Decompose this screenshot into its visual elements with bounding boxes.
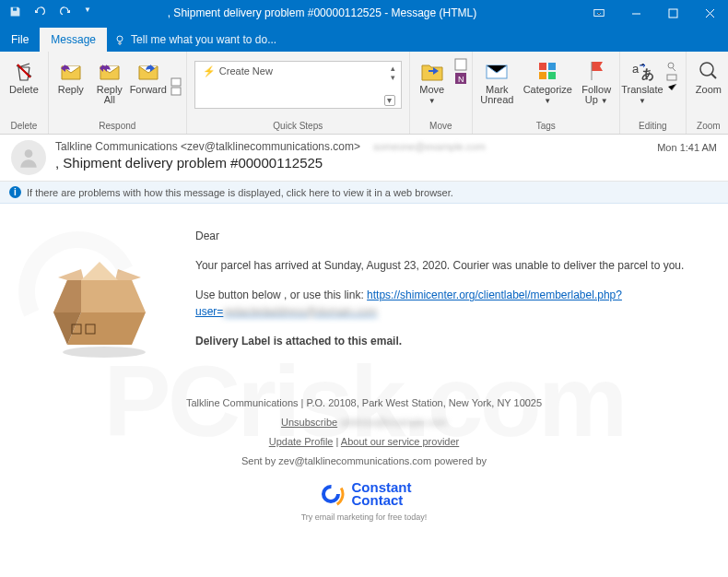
group-label-move: Move xyxy=(410,121,472,134)
follow-up-button[interactable]: Follow Up ▼ xyxy=(578,55,616,109)
chevron-down-icon: ▼ xyxy=(601,97,608,105)
redo-icon[interactable] xyxy=(59,6,71,20)
move-more-button[interactable]: N xyxy=(452,55,469,88)
undo-icon[interactable] xyxy=(34,6,46,20)
svg-text:N: N xyxy=(458,75,464,84)
envelope-icon xyxy=(484,58,510,84)
meeting-icon xyxy=(170,77,182,96)
svg-marker-26 xyxy=(81,262,118,280)
constant-contact-text: Constant Contact xyxy=(352,481,412,507)
categorize-icon xyxy=(534,58,560,84)
email-footer: Talkline Communications | P.O. 20108, Pa… xyxy=(26,394,702,525)
body-paragraph-3: Delivery Label is attached to this email… xyxy=(195,335,402,347)
svg-point-3 xyxy=(117,36,123,41)
svg-rect-10 xyxy=(539,63,546,70)
svg-marker-27 xyxy=(81,280,146,312)
window-titlebar: ▼ , Shipment delivery problem #000001125… xyxy=(0,0,728,26)
group-label-delete: Delete xyxy=(0,121,48,134)
find-related-select-icon xyxy=(665,61,678,94)
received-time: Mon 1:41 AM xyxy=(657,140,717,153)
constant-contact-logo: Constant Contact Try email marketing for… xyxy=(26,480,702,525)
move-button[interactable]: Move ▼ xyxy=(414,55,451,109)
reply-all-icon xyxy=(97,58,123,84)
subject-line: , Shipment delivery problem #00000112525 xyxy=(55,155,657,171)
group-label-editing: Editing xyxy=(620,121,686,134)
categorize-button[interactable]: Categorize▼ xyxy=(520,55,576,109)
zoom-button[interactable]: Zoom xyxy=(690,55,727,98)
chevron-up-down-icon[interactable]: ▴▾ xyxy=(391,64,395,82)
reply-button[interactable]: Reply xyxy=(53,55,89,98)
svg-text:あ: あ xyxy=(641,66,654,81)
tab-message[interactable]: Message xyxy=(40,28,107,52)
body-paragraph-2: Use button below , or use this link: htt… xyxy=(195,287,702,320)
chevron-down-icon: ▼ xyxy=(544,97,551,105)
info-bar[interactable]: i If there are problems with how this me… xyxy=(0,182,728,204)
svg-rect-17 xyxy=(667,75,676,80)
about-provider-link[interactable]: About our service provider xyxy=(341,436,459,447)
group-label-zoom: Zoom xyxy=(687,121,728,134)
save-icon[interactable] xyxy=(9,6,21,20)
message-body: PCrisk.com Dear Your parcel has arrived … xyxy=(0,204,728,577)
svg-marker-23 xyxy=(53,280,81,312)
info-icon: i xyxy=(9,186,21,198)
tab-file[interactable]: File xyxy=(0,28,40,52)
qat-customize-icon[interactable]: ▼ xyxy=(84,6,91,20)
sender-avatar xyxy=(11,140,46,175)
zoom-icon xyxy=(696,58,722,84)
quick-access-toolbar: ▼ xyxy=(0,6,100,20)
tell-me-label: Tell me what you want to do... xyxy=(131,33,276,46)
svg-rect-12 xyxy=(539,72,546,79)
body-paragraph-1: Your parcel has arrived at Sunday, Augus… xyxy=(195,257,702,274)
maximize-icon[interactable] xyxy=(654,0,691,26)
group-label-respond: Respond xyxy=(49,121,186,134)
svg-rect-2 xyxy=(669,9,677,18)
svg-rect-0 xyxy=(13,7,17,10)
translate-button[interactable]: aあTranslate▼ xyxy=(624,55,661,109)
parcel-image xyxy=(26,220,173,368)
quick-steps-gallery[interactable]: ⚡ Create New ▴▾ ▾ xyxy=(194,61,402,109)
unsubscribe-address: address@example.com xyxy=(340,417,447,428)
flag-icon xyxy=(583,58,609,84)
delete-button[interactable]: Delete xyxy=(4,55,44,98)
translate-icon: aあ xyxy=(629,58,655,84)
svg-point-30 xyxy=(63,347,146,358)
editing-more-button[interactable] xyxy=(663,55,682,97)
recipient-address: someone@example.com xyxy=(373,141,486,152)
reply-icon xyxy=(58,58,84,84)
svg-point-19 xyxy=(25,149,33,158)
constant-contact-icon xyxy=(317,480,345,508)
svg-marker-25 xyxy=(115,269,141,280)
svg-point-16 xyxy=(668,63,674,68)
tell-me-search[interactable]: Tell me what you want to do... xyxy=(107,28,284,52)
window-title: , Shipment delivery problem #00000112525… xyxy=(100,6,581,19)
svg-point-31 xyxy=(323,487,338,501)
mark-unread-button[interactable]: Mark Unread xyxy=(476,55,518,108)
update-profile-link[interactable]: Update Profile xyxy=(269,436,334,447)
ribbon: Delete Delete Reply Reply All Forward Re… xyxy=(0,52,728,135)
svg-rect-6 xyxy=(455,59,466,70)
minimize-icon[interactable] xyxy=(617,0,654,26)
lightning-icon: ⚡ xyxy=(203,65,216,77)
chevron-down-icon: ▼ xyxy=(639,97,646,105)
expand-gallery-icon[interactable]: ▾ xyxy=(384,95,395,106)
rules-onenote-icon: N xyxy=(454,58,467,86)
forward-icon xyxy=(135,58,161,84)
svg-point-18 xyxy=(700,63,713,76)
group-label-qs: Quick Steps xyxy=(187,121,409,134)
reply-all-button[interactable]: Reply All xyxy=(91,55,128,108)
svg-text:a: a xyxy=(632,62,640,76)
ribbon-options-icon[interactable] xyxy=(581,0,617,26)
svg-point-32 xyxy=(317,480,345,508)
forward-button[interactable]: Forward xyxy=(130,55,167,98)
respond-more-button[interactable] xyxy=(169,55,183,99)
svg-rect-4 xyxy=(171,78,181,86)
window-controls xyxy=(581,0,728,26)
close-icon[interactable] xyxy=(691,0,728,26)
ribbon-tabs: File Message Tell me what you want to do… xyxy=(0,26,728,52)
info-bar-text: If there are problems with how this mess… xyxy=(27,187,453,198)
move-icon xyxy=(419,58,445,84)
body-greeting: Dear xyxy=(195,228,702,244)
unsubscribe-link[interactable]: Unsubscribe xyxy=(281,417,337,428)
svg-rect-5 xyxy=(171,88,181,95)
chevron-down-icon: ▼ xyxy=(429,97,436,105)
